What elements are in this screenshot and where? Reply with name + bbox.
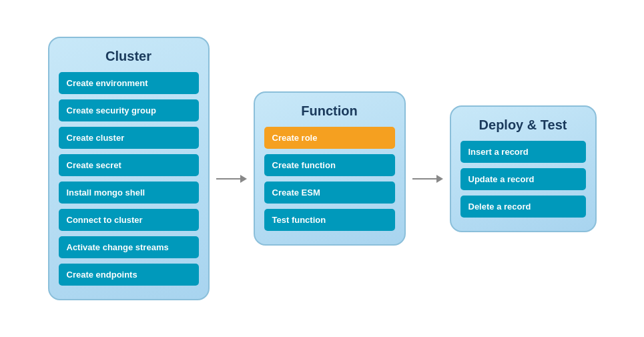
- btn-create-environment[interactable]: Create environment: [59, 72, 199, 94]
- arrow-1-shape: [216, 175, 247, 183]
- btn-create-function[interactable]: Create function: [264, 154, 395, 176]
- function-panel: Function Create role Create function Cre…: [254, 91, 406, 246]
- btn-test-function[interactable]: Test function: [264, 209, 395, 231]
- cluster-title: Cluster: [59, 49, 199, 64]
- btn-create-secret[interactable]: Create secret: [59, 154, 199, 176]
- arrow-2-shape: [412, 175, 443, 183]
- arrow-2: [406, 175, 450, 183]
- btn-activate-change-streams[interactable]: Activate change streams: [59, 236, 199, 258]
- deploy-title: Deploy & Test: [460, 117, 586, 133]
- btn-create-endpoints[interactable]: Create endpoints: [59, 264, 199, 286]
- arrow-line-2: [412, 178, 436, 180]
- btn-create-security-group[interactable]: Create security group: [59, 99, 199, 121]
- btn-insert-record[interactable]: Insert a record: [460, 141, 586, 163]
- arrow-line-1: [216, 178, 240, 180]
- btn-install-mongo-shell[interactable]: Install mongo shell: [59, 182, 199, 204]
- arrow-1: [210, 175, 254, 183]
- btn-create-role[interactable]: Create role: [264, 127, 395, 149]
- diagram: Cluster Create environment Create securi…: [35, 23, 610, 314]
- arrow-head-1: [240, 175, 247, 183]
- btn-create-cluster[interactable]: Create cluster: [59, 127, 199, 149]
- arrow-head-2: [436, 175, 443, 183]
- btn-delete-record[interactable]: Delete a record: [460, 196, 586, 218]
- cluster-panel: Cluster Create environment Create securi…: [48, 37, 210, 300]
- btn-connect-to-cluster[interactable]: Connect to cluster: [59, 209, 199, 231]
- deploy-panel: Deploy & Test Insert a record Update a r…: [450, 105, 597, 232]
- function-title: Function: [264, 103, 395, 119]
- btn-create-esm[interactable]: Create ESM: [264, 182, 395, 204]
- btn-update-record[interactable]: Update a record: [460, 168, 586, 190]
